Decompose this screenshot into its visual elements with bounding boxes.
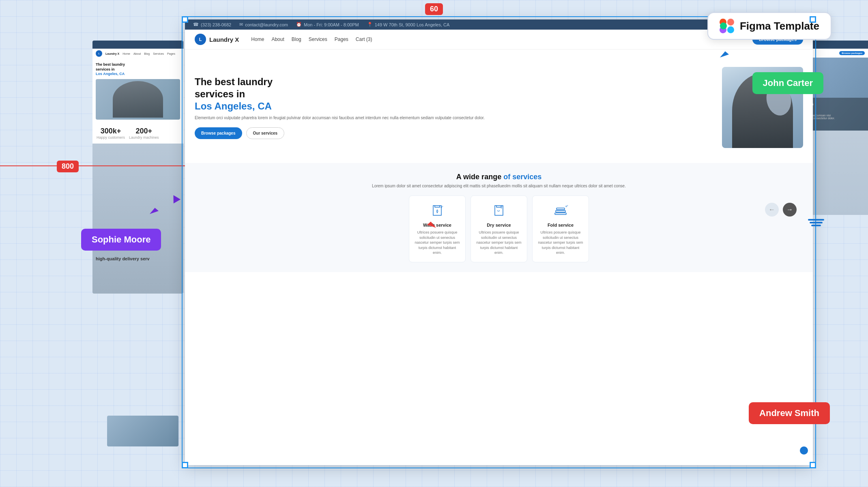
wash-icon: [429, 202, 445, 219]
svg-point-7: [501, 208, 502, 209]
fold-service-desc: Ultrices posuere quisque solicitudin ut …: [537, 230, 584, 255]
stat-machines-label: Laundry machines: [129, 135, 159, 139]
left-bg-card: L Laundry X HomeAboutBlogServicesPages T…: [92, 41, 183, 294]
top-bar-email: ✉ contact@laundry.com: [239, 22, 288, 27]
stat-300k: 300k+: [97, 127, 125, 135]
hours-text: Mon - Fri: 9:00AM - 8:00PM: [304, 22, 359, 27]
right-bg-browse-btn[interactable]: Browse packages: [839, 51, 865, 55]
fold-icon: [552, 202, 569, 219]
carousel-next-button[interactable]: →: [783, 203, 797, 217]
svg-rect-3: [727, 26, 734, 33]
email-text: contact@laundry.com: [245, 22, 288, 27]
nav-cart[interactable]: Cart (3): [356, 36, 372, 42]
figma-logo-icon: [720, 19, 734, 33]
svg-point-4: [720, 22, 727, 29]
logo-text: Laundry X: [209, 36, 239, 43]
wash-service-name: Wash service: [414, 223, 460, 227]
service-card-fold: Fold service Ultrices posuere quisque so…: [532, 195, 589, 262]
services-title-blue: of services: [503, 173, 541, 181]
nav-home[interactable]: Home: [251, 36, 264, 42]
dry-service-desc: Ultrices posuere quisque solicitudin ut …: [476, 230, 522, 255]
top-bar-hours: ⏰ Mon - Fri: 9:00AM - 8:00PM: [296, 22, 359, 27]
stat-200: 200+: [129, 127, 159, 135]
left-bg-title: The best laundryservices inLos Angeles, …: [96, 62, 180, 77]
handle-top-right[interactable]: [810, 16, 816, 23]
left-bg-stats: 300k+ Happy customers 200+ Laundry machi…: [92, 123, 183, 144]
service-card-wash: Wash service Ultrices posuere quisque so…: [409, 195, 466, 262]
hero-left: The best laundry services in Los Angeles…: [195, 76, 722, 139]
dry-service-name: Dry service: [476, 223, 522, 227]
svg-rect-10: [555, 213, 566, 215]
stat-customers-label: Happy customers: [97, 135, 125, 139]
services-title-text: A wide range: [456, 173, 501, 181]
handle-bottom-left[interactable]: [182, 462, 188, 468]
hero-description: Elementum orci vulputate pharetra lorem …: [195, 115, 714, 121]
svg-point-13: [565, 206, 567, 207]
nav-logo: L Laundry X: [195, 34, 239, 45]
logo-circle: L: [195, 34, 206, 45]
dimension-label-800: 800: [57, 161, 79, 172]
hero-section: The best laundry services in Los Angeles…: [185, 49, 813, 163]
dimension-label-60: 60: [425, 3, 443, 15]
hero-title-line1: The best laundry: [195, 76, 273, 87]
left-bg-tagline: high-quality delivery serv: [96, 256, 150, 261]
cursor-purple-icon: [170, 193, 180, 204]
blue-indicator-dot: [800, 446, 808, 455]
svg-rect-11: [556, 210, 565, 212]
services-title: A wide range of services: [195, 173, 803, 181]
top-bar-phone: ☎ (323) 238-0682: [193, 22, 231, 27]
our-services-button[interactable]: Our services: [246, 127, 285, 139]
svg-point-8: [502, 206, 503, 207]
handle-bottom-right[interactable]: [810, 462, 816, 468]
wash-service-desc: Ultrices posuere quisque solicitudin ut …: [414, 230, 460, 255]
nav-links: Home About Blog Services Pages Cart (3): [251, 36, 752, 42]
services-section: A wide range of services Lorem ipsum dol…: [185, 163, 813, 272]
left-bg-topbar: [92, 41, 183, 49]
address-text: 149 W 70th St, 9000 Los Angeles, CA: [375, 22, 450, 27]
nav-services[interactable]: Services: [309, 36, 327, 42]
browse-packages-button[interactable]: Browse packages: [195, 127, 242, 139]
main-preview-card: ☎ (323) 238-0682 ✉ contact@laundry.com ⏰…: [185, 19, 813, 465]
svg-rect-1: [727, 19, 734, 26]
services-cards: Wash service Ultrices posuere quisque so…: [195, 195, 803, 262]
phone-icon: ☎: [193, 22, 199, 27]
sophie-moore-badge: Sophie Moore: [81, 229, 161, 251]
carousel-prev-button[interactable]: ←: [765, 203, 779, 217]
nav-pages[interactable]: Pages: [335, 36, 348, 42]
nav-blog[interactable]: Blog: [292, 36, 301, 42]
left-bg-nav: L Laundry X HomeAboutBlogServicesPages: [92, 49, 183, 58]
clock-icon: ⏰: [296, 22, 302, 27]
figma-badge-text: Figma Template: [740, 20, 819, 32]
svg-point-9: [500, 206, 501, 207]
svg-point-5: [440, 206, 442, 208]
services-description: Lorem ipsum dolor sit amet consectetur a…: [195, 184, 803, 188]
top-bar-address: 📍 149 W 70th St, 9000 Los Angeles, CA: [367, 22, 450, 27]
hero-title-blue: Los Angeles, CA: [195, 101, 272, 112]
handle-top-left[interactable]: [182, 16, 188, 23]
john-carter-badge: John Carter: [752, 72, 823, 94]
hero-title-line2: services in: [195, 88, 245, 99]
dry-icon: [491, 202, 507, 219]
fold-service-name: Fold service: [537, 223, 584, 227]
left-bg-hero-image: [96, 79, 180, 120]
service-card-dry: Dry service Ultrices posuere quisque sol…: [471, 195, 527, 262]
stack-layers-icon: [808, 219, 824, 226]
nav-about[interactable]: About: [271, 36, 284, 42]
email-icon: ✉: [239, 22, 243, 27]
svg-rect-12: [556, 208, 565, 210]
svg-point-6: [442, 206, 443, 207]
hero-title: The best laundry services in Los Angeles…: [195, 76, 714, 112]
small-preview-image: [107, 416, 178, 446]
phone-text: (323) 238-0682: [201, 22, 231, 27]
hero-buttons: Browse packages Our services: [195, 127, 714, 139]
andrew-smith-badge: Andrew Smith: [749, 402, 830, 424]
svg-point-14: [567, 205, 568, 206]
location-icon: 📍: [367, 22, 373, 27]
